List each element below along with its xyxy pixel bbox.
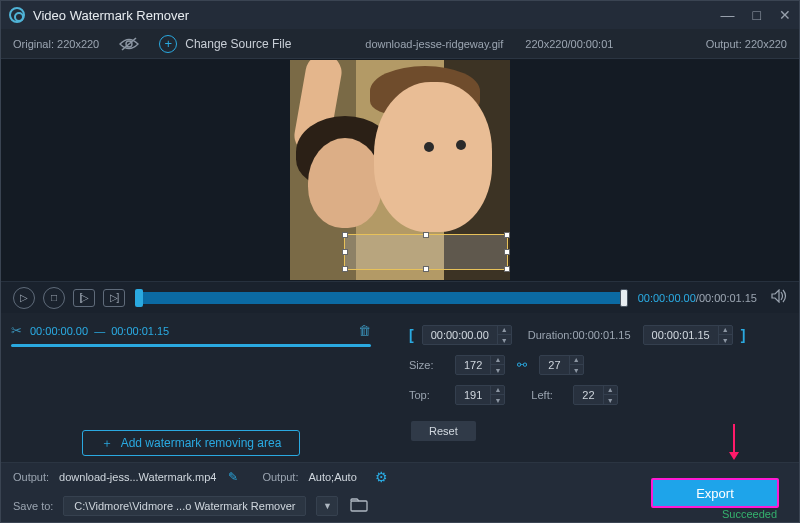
link-aspect-icon[interactable]: ⚯ bbox=[517, 358, 527, 372]
top-input[interactable]: 191▲▼ bbox=[455, 385, 505, 405]
range-start-input[interactable]: 00:00:00.00▲▼ bbox=[422, 325, 512, 345]
original-label: Original: 220x220 bbox=[13, 38, 99, 50]
svg-rect-2 bbox=[351, 501, 367, 511]
properties-panel: [ 00:00:00.00▲▼ Duration:00:00:01.15 00:… bbox=[381, 313, 799, 462]
save-path-dropdown[interactable]: ▼ bbox=[316, 496, 338, 516]
segment-row[interactable]: ✂ 00:00:00.00 — 00:00:01.15 🗑 bbox=[11, 323, 371, 338]
left-label: Left: bbox=[531, 389, 565, 401]
size-label: Size: bbox=[409, 359, 447, 371]
source-dimensions-time: 220x220/00:00:01 bbox=[525, 38, 613, 50]
range-end-bracket-icon[interactable]: ] bbox=[741, 327, 746, 343]
resize-handle-tl[interactable] bbox=[342, 232, 348, 238]
add-area-label: Add watermark removing area bbox=[121, 436, 282, 450]
range-start-bracket-icon[interactable]: [ bbox=[409, 327, 414, 343]
source-filename: download-jesse-ridgeway.gif bbox=[365, 38, 503, 50]
plus-icon: ＋ bbox=[101, 435, 113, 452]
spin-down-icon[interactable]: ▼ bbox=[570, 365, 583, 375]
spin-down-icon[interactable]: ▼ bbox=[498, 335, 511, 345]
output-format-value: Auto;Auto bbox=[308, 471, 356, 483]
volume-icon[interactable] bbox=[771, 289, 787, 306]
spin-up-icon[interactable]: ▲ bbox=[498, 325, 511, 335]
resize-handle-ml[interactable] bbox=[342, 249, 348, 255]
add-source-icon[interactable]: + bbox=[159, 35, 177, 53]
stop-button[interactable]: □ bbox=[43, 287, 65, 309]
spin-down-icon[interactable]: ▼ bbox=[491, 365, 504, 375]
export-button[interactable]: Export bbox=[651, 478, 779, 508]
spin-up-icon[interactable]: ▲ bbox=[719, 325, 732, 335]
annotation-arrow-icon bbox=[733, 424, 735, 458]
segment-separator: — bbox=[94, 325, 105, 337]
play-button[interactable]: ▷ bbox=[13, 287, 35, 309]
range-end-input[interactable]: 00:00:01.15▲▼ bbox=[643, 325, 733, 345]
title-bar: Video Watermark Remover — □ ✕ bbox=[1, 1, 799, 29]
output-file-value: download-jess...Watermark.mp4 bbox=[59, 471, 216, 483]
timecode-display: 00:00:00.00/00:00:01.15 bbox=[638, 292, 757, 304]
app-title: Video Watermark Remover bbox=[33, 8, 189, 23]
edit-output-name-icon[interactable]: ✎ bbox=[228, 470, 238, 484]
segments-panel: ✂ 00:00:00.00 — 00:00:01.15 🗑 ＋ Add wate… bbox=[1, 313, 381, 462]
maximize-icon[interactable]: □ bbox=[753, 7, 761, 23]
timeline-start-handle[interactable] bbox=[135, 289, 143, 307]
spin-up-icon[interactable]: ▲ bbox=[604, 385, 617, 395]
transport-bar: ▷ □ [▷ ▷] 00:00:00.00/00:00:01.15 bbox=[1, 281, 799, 313]
change-source-button[interactable]: Change Source File bbox=[185, 37, 291, 51]
output-file-label: Output: bbox=[13, 471, 49, 483]
resize-handle-mr[interactable] bbox=[504, 249, 510, 255]
size-height-input[interactable]: 27▲▼ bbox=[539, 355, 583, 375]
minimize-icon[interactable]: — bbox=[721, 7, 735, 23]
lower-panel: ✂ 00:00:00.00 — 00:00:01.15 🗑 ＋ Add wate… bbox=[1, 313, 799, 462]
resize-handle-br[interactable] bbox=[504, 266, 510, 272]
size-width-input[interactable]: 172▲▼ bbox=[455, 355, 505, 375]
app-logo-icon bbox=[9, 7, 25, 23]
resize-handle-tm[interactable] bbox=[423, 232, 429, 238]
set-end-button[interactable]: ▷] bbox=[103, 289, 125, 307]
video-preview-area bbox=[1, 59, 799, 281]
open-folder-icon[interactable] bbox=[350, 498, 368, 515]
add-watermark-area-button[interactable]: ＋ Add watermark removing area bbox=[82, 430, 301, 456]
resize-handle-bm[interactable] bbox=[423, 266, 429, 272]
spin-up-icon[interactable]: ▲ bbox=[570, 355, 583, 365]
duration-label: Duration:00:00:01.15 bbox=[528, 329, 631, 341]
segment-end: 00:00:01.15 bbox=[111, 325, 169, 337]
output-dimensions: Output: 220x220 bbox=[706, 38, 787, 50]
preview-visibility-icon[interactable] bbox=[119, 37, 137, 51]
output-settings-icon[interactable]: ⚙ bbox=[375, 469, 388, 485]
save-path-field[interactable]: C:\Vidmore\Vidmore ...o Watermark Remove… bbox=[63, 496, 306, 516]
spin-up-icon[interactable]: ▲ bbox=[491, 385, 504, 395]
set-start-button[interactable]: [▷ bbox=[73, 289, 95, 307]
timeline-track[interactable] bbox=[139, 292, 624, 304]
left-input[interactable]: 22▲▼ bbox=[573, 385, 617, 405]
source-info-bar: Original: 220x220 + Change Source File d… bbox=[1, 29, 799, 59]
close-icon[interactable]: ✕ bbox=[779, 7, 791, 23]
reset-button[interactable]: Reset bbox=[411, 421, 476, 441]
save-to-label: Save to: bbox=[13, 500, 53, 512]
spin-up-icon[interactable]: ▲ bbox=[491, 355, 504, 365]
top-label: Top: bbox=[409, 389, 447, 401]
spin-down-icon[interactable]: ▼ bbox=[719, 335, 732, 345]
timeline-end-handle[interactable] bbox=[620, 289, 628, 307]
spin-down-icon[interactable]: ▼ bbox=[491, 395, 504, 405]
lasso-icon: ✂ bbox=[11, 323, 22, 338]
resize-handle-bl[interactable] bbox=[342, 266, 348, 272]
segment-start: 00:00:00.00 bbox=[30, 325, 88, 337]
status-text: Succeeded bbox=[722, 508, 777, 520]
spin-down-icon[interactable]: ▼ bbox=[604, 395, 617, 405]
watermark-selection-rect[interactable] bbox=[344, 234, 508, 270]
video-frame[interactable] bbox=[290, 60, 510, 280]
delete-segment-icon[interactable]: 🗑 bbox=[358, 323, 371, 338]
resize-handle-tr[interactable] bbox=[504, 232, 510, 238]
output-format-label: Output: bbox=[262, 471, 298, 483]
segment-underline bbox=[11, 344, 371, 347]
